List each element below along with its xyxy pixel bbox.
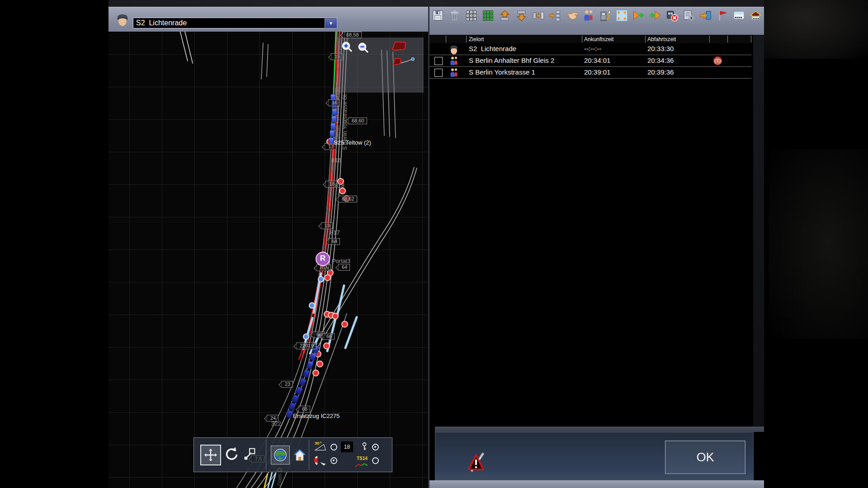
- depot-icon[interactable]: [748, 8, 763, 23]
- header-separator: [582, 36, 582, 42]
- rotate-view-button[interactable]: [222, 445, 241, 464]
- track-tag[interactable]: 7,5: [251, 455, 264, 462]
- prepend-train-icon[interactable]: [648, 8, 663, 23]
- train-car-blue[interactable]: [331, 116, 337, 123]
- save-icon[interactable]: [430, 8, 445, 23]
- magnet-icon[interactable]: [313, 455, 329, 466]
- row-checkbox[interactable]: [434, 69, 443, 77]
- destination-cell: S2 Lichtenrade: [469, 45, 516, 52]
- signal-red[interactable]: [323, 343, 330, 349]
- track-tag[interactable]: 68: [298, 406, 310, 413]
- departure-time-cell: 20:34:36: [647, 56, 674, 64]
- timetable-toolbar: [429, 7, 764, 35]
- signal-red[interactable]: [341, 321, 348, 328]
- map-titlebar: S2 Lichtenrade ▼: [108, 7, 428, 32]
- column-header[interactable]: Abfahrtszeit: [647, 36, 676, 42]
- arrival-time-cell: 20:39:01: [584, 68, 610, 76]
- header-separator: [466, 36, 467, 42]
- passengers-icon: [448, 56, 459, 66]
- train-car-blue[interactable]: [331, 108, 337, 116]
- grid-white-icon[interactable]: [464, 8, 479, 23]
- signal-blue[interactable]: [303, 333, 309, 340]
- train-selector-dropdown[interactable]: S2 Lichtenrade: [133, 18, 337, 28]
- signal-blue[interactable]: [309, 302, 315, 309]
- ok-button[interactable]: OK: [665, 441, 745, 474]
- track-tag[interactable]: 23: [281, 381, 293, 388]
- gradient-30-icon[interactable]: 30: [314, 441, 327, 452]
- arrival-time-cell: 20:34:01: [584, 56, 610, 64]
- table-row[interactable]: S Berlin Anhalter Bhf Gleis 220:34:0120:…: [429, 55, 751, 67]
- track-tag[interactable]: 19: [321, 222, 333, 229]
- svg-text:30: 30: [315, 441, 319, 446]
- key-icon[interactable]: [361, 442, 368, 453]
- column-header[interactable]: Ankunftszeit: [584, 36, 613, 42]
- passengers-icon[interactable]: [581, 8, 596, 23]
- window-bottom-strip: [429, 480, 764, 488]
- track-tag[interactable]: 16: [328, 99, 340, 106]
- ts14-label: TS14: [357, 456, 368, 461]
- track-tag[interactable]: 68,60: [348, 117, 367, 124]
- move-down-icon[interactable]: [514, 8, 529, 23]
- move-up-icon[interactable]: [497, 8, 512, 23]
- home-view-button[interactable]: [292, 447, 308, 463]
- center-view-icon[interactable]: [614, 8, 629, 23]
- world-background-corner: [764, 0, 868, 59]
- rangier-marker[interactable]: R: [316, 252, 330, 266]
- table-row[interactable]: S Berlin Yorkstrasse 120:39:0120:39:36: [429, 67, 751, 79]
- zoom-out-icon[interactable]: [357, 42, 369, 54]
- enter-train-icon[interactable]: [698, 8, 713, 23]
- timetable-pane: ZielortAnkunftszeitAbfahrtszeit S2 Licht…: [429, 7, 764, 488]
- globe-view-button[interactable]: [271, 446, 290, 465]
- delete-icon[interactable]: [447, 8, 462, 23]
- map-label: 322: [271, 420, 281, 427]
- cancel-train-icon[interactable]: [665, 8, 679, 23]
- radio-magnet[interactable]: [330, 457, 337, 464]
- refuel-icon[interactable]: [598, 8, 613, 23]
- pane-right-edge: [753, 35, 764, 427]
- track-tag[interactable]: 22019: [296, 343, 316, 349]
- pan-tool-button[interactable]: [200, 445, 221, 465]
- destination-cell: S Berlin Yorkstrasse 1: [469, 68, 535, 76]
- append-train-icon[interactable]: [631, 8, 646, 23]
- railcar-icon[interactable]: [731, 8, 746, 23]
- departure-time-cell: 20:39:36: [647, 68, 674, 76]
- radio-gradient[interactable]: [330, 444, 337, 450]
- signal-red[interactable]: [312, 370, 319, 376]
- track-tag[interactable]: 68,62: [338, 196, 357, 202]
- footer-panel: OK: [435, 432, 754, 480]
- radio-ts14[interactable]: [372, 457, 379, 464]
- row-checkbox[interactable]: [434, 57, 443, 65]
- route-shape-icon[interactable]: [392, 41, 407, 52]
- grid-green-icon[interactable]: [481, 8, 495, 23]
- flag-icon[interactable]: [715, 8, 730, 23]
- dispatcher-window: S2 Lichtenrade ▼: [0, 0, 868, 488]
- radio-key[interactable]: [372, 444, 379, 450]
- signal-red[interactable]: [324, 274, 331, 281]
- insert-after-icon[interactable]: [531, 8, 546, 23]
- schedule-settings-icon[interactable]: [681, 8, 696, 23]
- header-separator: [709, 36, 710, 42]
- train-car-blue[interactable]: [329, 130, 335, 137]
- arrival-time-cell: --:--:--: [584, 45, 601, 52]
- footer-top-strip: [435, 427, 764, 432]
- insert-into-list-icon[interactable]: [547, 8, 562, 23]
- route-shape-small-icon[interactable]: [392, 56, 416, 69]
- signal-blue[interactable]: [318, 276, 324, 282]
- pointing-hand-icon[interactable]: [564, 8, 579, 23]
- track-tag[interactable]: 64: [338, 264, 350, 271]
- zoom-in-icon[interactable]: [341, 41, 353, 53]
- table-row[interactable]: S2 Lichtenrade--:--:--20:33:30: [429, 43, 751, 55]
- signal-red[interactable]: [316, 361, 323, 367]
- map-label: 817: [330, 229, 340, 236]
- track-tag[interactable]: 64: [328, 238, 340, 245]
- train-car-blue[interactable]: [330, 123, 336, 130]
- track-tag[interactable]: 66: [323, 333, 335, 340]
- late-passenger-icon: [713, 56, 722, 66]
- conductor-icon: [116, 13, 129, 28]
- signal-red[interactable]: [332, 313, 339, 319]
- dropdown-arrow-button[interactable]: ▼: [325, 19, 337, 28]
- track-map[interactable]: 68,58151668,60171868,6219648156466662201…: [108, 32, 428, 488]
- destination-cell: S Berlin Anhalter Bhf Gleis 2: [469, 56, 554, 64]
- header-separator: [645, 36, 646, 42]
- column-header[interactable]: Zielort: [469, 36, 484, 42]
